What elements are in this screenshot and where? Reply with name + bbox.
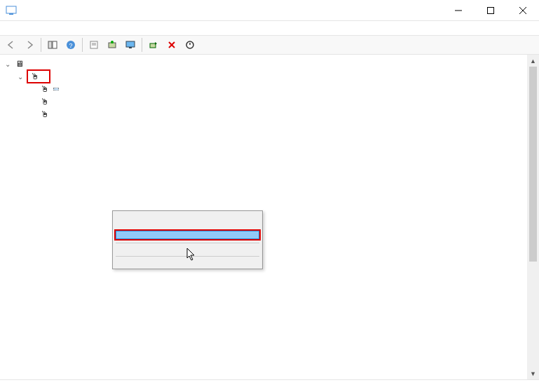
window-controls	[442, 0, 539, 21]
svg-rect-1	[9, 13, 13, 15]
menu-view[interactable]	[25, 22, 36, 34]
expander-icon[interactable]: ⌄	[3, 59, 13, 69]
device-tree[interactable]: ⌄ 🖥 ⌄ 🖱 🖱 🖱 🖱	[0, 55, 539, 379]
uninstall-button[interactable]	[163, 36, 180, 53]
tree-root[interactable]: ⌄ 🖥	[0, 58, 539, 70]
scroll-thumb[interactable]	[529, 67, 537, 262]
mouse-icon: 🖱	[29, 71, 41, 82]
vertical-scrollbar[interactable]: ▲ ▼	[527, 55, 539, 379]
update-driver-button[interactable]	[104, 36, 121, 53]
menu-item-properties[interactable]	[114, 259, 261, 267]
svg-rect-16	[129, 47, 132, 48]
back-button[interactable]	[3, 36, 20, 53]
menu-file[interactable]	[3, 22, 14, 34]
menu-item-update-driver[interactable]	[114, 212, 261, 221]
svg-rect-13	[109, 43, 116, 48]
menu-item-disable-device[interactable]	[114, 221, 261, 229]
app-icon	[6, 5, 17, 16]
root-label	[28, 63, 32, 65]
node-label	[53, 88, 59, 90]
svg-rect-3	[488, 7, 494, 13]
menu-item-scan-hardware[interactable]	[114, 245, 261, 254]
svg-rect-7	[53, 41, 57, 48]
svg-point-14	[111, 41, 114, 43]
tree-node-hid-mouse[interactable]: 🖱	[0, 95, 539, 108]
show-hide-tree-button[interactable]	[44, 36, 61, 53]
tree-node-mice[interactable]: ⌄ 🖱	[0, 70, 539, 83]
scan-hardware-button[interactable]	[145, 36, 162, 53]
svg-rect-17	[150, 43, 156, 48]
title-bar	[0, 0, 539, 21]
scroll-up-icon[interactable]: ▲	[527, 55, 539, 67]
svg-text:?: ?	[69, 42, 72, 49]
monitor-icon[interactable]	[122, 36, 139, 53]
context-menu	[112, 210, 263, 269]
node-label	[53, 101, 57, 102]
menu-separator	[116, 256, 259, 257]
tree-node-hid-mouse[interactable]: 🖱	[0, 83, 539, 95]
close-button[interactable]	[507, 0, 539, 21]
menu-bar	[0, 21, 539, 35]
toolbar: ?	[0, 35, 539, 55]
minimize-button[interactable]	[442, 0, 475, 21]
svg-rect-15	[126, 41, 135, 47]
computer-icon: 🖥	[14, 58, 25, 69]
node-label	[43, 76, 48, 77]
menu-help[interactable]	[36, 22, 48, 34]
menu-item-uninstall-device[interactable]	[116, 231, 259, 239]
forward-button[interactable]	[21, 36, 38, 53]
menu-action[interactable]	[14, 22, 25, 34]
status-bar	[0, 379, 539, 392]
menu-separator	[116, 243, 259, 243]
node-label	[53, 114, 57, 115]
mouse-icon: 🖱	[39, 96, 50, 107]
help-button[interactable]: ?	[62, 36, 79, 53]
disable-button[interactable]	[182, 36, 198, 53]
mouse-icon: 🖱	[39, 83, 50, 95]
svg-rect-6	[48, 41, 52, 48]
tree-node-hid-mouse[interactable]: 🖱	[0, 108, 539, 121]
expander-icon[interactable]: ⌄	[15, 72, 25, 81]
svg-rect-0	[6, 6, 16, 13]
properties-button[interactable]	[86, 36, 102, 53]
maximize-button[interactable]	[475, 0, 507, 21]
mouse-icon: 🖱	[39, 109, 50, 120]
scroll-down-icon[interactable]: ▼	[527, 367, 539, 379]
